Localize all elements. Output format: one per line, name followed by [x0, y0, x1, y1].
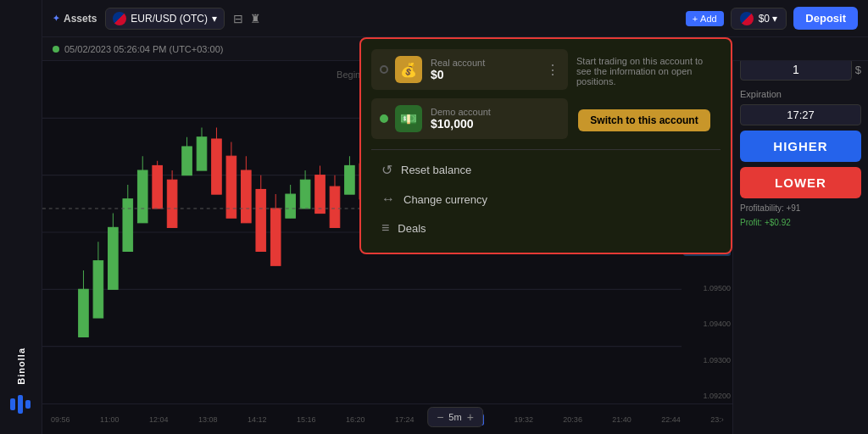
demo-account-row[interactable]: 💵 Demo account $10,000	[371, 98, 568, 139]
svg-rect-0	[10, 398, 15, 410]
real-account-balance: $0	[431, 68, 546, 81]
amount-input[interactable]	[740, 58, 852, 81]
eur-usd-flag	[113, 12, 126, 25]
deals-icon: ≡	[381, 220, 389, 236]
svg-rect-27	[212, 139, 222, 194]
svg-rect-39	[300, 180, 310, 209]
svg-rect-19	[153, 165, 163, 209]
change-currency-item[interactable]: ↔ Change currency	[371, 185, 721, 214]
svg-rect-23	[182, 147, 192, 175]
time-4: 14:12	[248, 415, 267, 424]
svg-rect-9	[79, 289, 89, 337]
real-account-info-panel: Start trading on this account to see the…	[568, 49, 721, 93]
time-8: 19:32	[514, 415, 533, 424]
chevron-down-icon: ▾	[212, 13, 217, 25]
price-7: 1.09300	[683, 356, 731, 364]
reset-icon: ↺	[381, 162, 392, 178]
profitability-label: Profitability: +91	[740, 203, 800, 213]
toolbar-icons: ⊟ ♜	[233, 12, 261, 25]
svg-rect-35	[270, 209, 281, 265]
change-currency-icon: ↔	[381, 192, 395, 207]
svg-rect-1	[18, 395, 23, 414]
real-account-info: Real account $0	[431, 58, 546, 81]
time-axis: 09:56 11:00 12:04 13:08 14:12 15:16 16:2…	[42, 403, 732, 434]
currency-pair-label: EUR/USD (OTC)	[131, 13, 208, 25]
time-7: 17:24	[395, 415, 415, 424]
change-currency-label: Change currency	[403, 193, 487, 206]
balance-flag	[740, 12, 754, 25]
zoom-in-button[interactable]: +	[467, 410, 474, 424]
svg-rect-31	[242, 170, 252, 223]
plus-icon: +	[693, 14, 698, 24]
real-account-type: Real account	[431, 58, 546, 68]
datetime-text: 05/02/2023 05:26:04 PM (UTC+03:00)	[64, 44, 223, 54]
profit-value: Profit: +$0.92	[740, 218, 861, 227]
right-panel: Investments $ Expiration 17:27 HIGHER LO…	[732, 37, 868, 434]
currency-selector[interactable]: EUR/USD (OTC) ▾	[105, 8, 225, 30]
svg-rect-41	[315, 175, 326, 214]
real-account-radio	[380, 65, 388, 74]
divider	[371, 149, 721, 150]
time-10: 21:40	[612, 415, 632, 424]
real-account-row[interactable]: 💰 Real account $0 ⋮	[371, 49, 568, 90]
real-account-section: 💰 Real account $0 ⋮ Start trading on thi…	[371, 49, 721, 93]
demo-account-icon: 💵	[395, 105, 422, 132]
svg-rect-43	[330, 186, 340, 227]
price-5: 1.09500	[683, 284, 731, 292]
demo-account-type: Demo account	[431, 107, 559, 117]
demo-account-radio	[380, 114, 388, 123]
main-area: Assets EUR/USD (OTC) ▾ ⊟ ♜ + Add $0 ▾ De…	[42, 0, 868, 434]
higher-button[interactable]: HIGHER	[740, 131, 861, 162]
indicator-icon[interactable]: ♜	[250, 12, 261, 25]
live-dot	[53, 46, 59, 53]
time-5: 15:16	[297, 415, 316, 424]
time-0: 09:56	[51, 415, 70, 424]
svg-rect-37	[286, 194, 296, 218]
time-9: 20:36	[563, 415, 582, 424]
binolla-text: Binolla	[16, 348, 26, 385]
demo-account-section: 💵 Demo account $10,000 Switch to this ac…	[371, 98, 721, 142]
price-8: 1.09200	[683, 392, 731, 400]
switch-account-button[interactable]: Switch to this account	[578, 109, 709, 131]
topbar: Assets EUR/USD (OTC) ▾ ⊟ ♜ + Add $0 ▾ De…	[42, 0, 868, 37]
svg-rect-33	[256, 190, 266, 252]
time-1: 11:00	[100, 415, 120, 424]
switch-btn-container: Switch to this account	[568, 98, 721, 142]
svg-rect-17	[137, 170, 147, 223]
deals-item[interactable]: ≡ Deals	[371, 214, 721, 242]
binolla-logo: Binolla	[8, 348, 34, 417]
zoom-controls: − 5m +	[427, 407, 483, 427]
profitability-row: Profitability: +91	[740, 203, 861, 213]
sidebar: Binolla	[0, 0, 42, 434]
deposit-button[interactable]: Deposit	[793, 7, 858, 30]
svg-rect-11	[93, 261, 103, 318]
reset-balance-item[interactable]: ↺ Reset balance	[371, 155, 721, 185]
demo-account-info: Demo account $10,000	[431, 107, 559, 131]
price-6: 1.09400	[683, 320, 731, 328]
time-11: 22:44	[661, 415, 681, 424]
expiration-label: Expiration	[740, 89, 861, 99]
real-account-info-text: Start trading on this account to see the…	[576, 56, 712, 86]
svg-rect-2	[25, 400, 31, 409]
add-label: Add	[700, 14, 717, 24]
balance-button[interactable]: $0 ▾	[731, 8, 787, 30]
expiration-value[interactable]: 17:27	[740, 104, 861, 125]
time-3: 13:08	[198, 415, 218, 424]
svg-rect-21	[167, 180, 177, 227]
chart-type-icon[interactable]: ⊟	[233, 12, 243, 25]
svg-rect-15	[123, 199, 133, 252]
time-2: 12:04	[149, 415, 169, 424]
add-button[interactable]: + Add	[686, 11, 724, 26]
reset-balance-label: Reset balance	[401, 164, 471, 176]
balance-display: $0 ▾	[759, 13, 778, 25]
lower-button[interactable]: LOWER	[740, 167, 861, 198]
account-dropdown: 💰 Real account $0 ⋮ Start trading on thi…	[359, 37, 732, 254]
demo-account-balance: $10,000	[431, 117, 559, 131]
zoom-out-button[interactable]: −	[437, 410, 443, 424]
svg-rect-13	[108, 227, 119, 289]
currency-symbol: $	[855, 64, 861, 76]
zoom-level: 5m	[448, 412, 461, 422]
assets-label: Assets	[53, 13, 97, 25]
real-account-menu-icon[interactable]: ⋮	[546, 62, 559, 78]
binolla-icon	[8, 392, 34, 417]
